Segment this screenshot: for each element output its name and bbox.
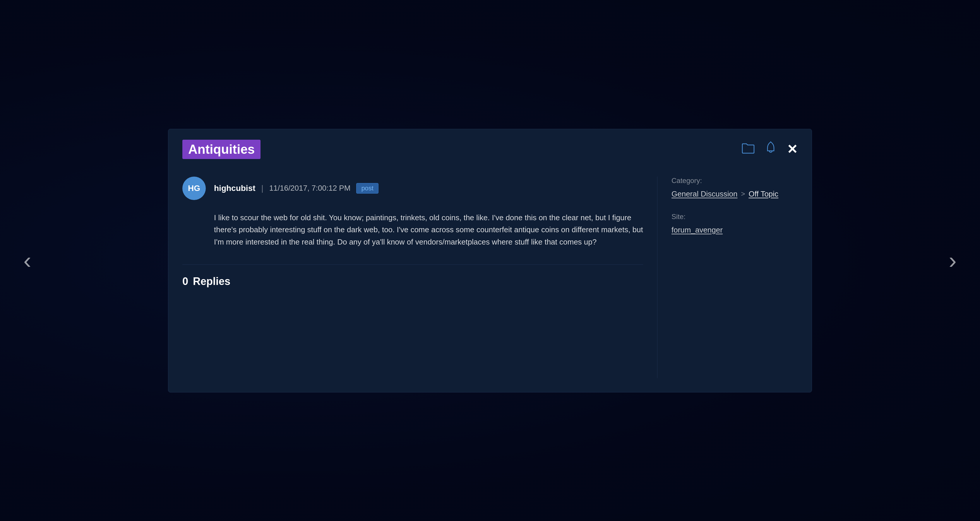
site-link[interactable]: forum_avenger [671, 226, 723, 234]
replies-header: 0 Replies [182, 275, 643, 288]
next-arrow[interactable]: › [943, 241, 963, 280]
folder-icon[interactable] [742, 142, 755, 157]
site-label: Site: [671, 213, 798, 221]
category-current[interactable]: Off Topic [748, 190, 778, 199]
prev-arrow[interactable]: ‹ [18, 241, 37, 280]
site-section: Site: forum_avenger [671, 213, 798, 234]
replies-section: 0 Replies [182, 264, 643, 288]
modal-title: Antiquities [182, 140, 261, 159]
category-label: Category: [671, 177, 798, 185]
header-actions: ✕ [742, 142, 798, 157]
category-breadcrumb: General Discussion > Off Topic [671, 190, 798, 199]
post-separator: | [261, 183, 263, 193]
close-button[interactable]: ✕ [787, 142, 798, 157]
modal-header: Antiquities ✕ [168, 129, 812, 166]
category-arrow-icon: > [741, 190, 745, 198]
bell-icon[interactable] [765, 142, 776, 157]
modal-body: HG highcubist | 11/16/2017, 7:00:12 PM p… [168, 166, 812, 392]
post-meta: highcubist | 11/16/2017, 7:00:12 PM post [214, 183, 379, 194]
sidebar: Category: General Discussion > Off Topic… [657, 177, 798, 378]
post-modal: Antiquities ✕ [168, 129, 812, 392]
avatar: HG [182, 177, 206, 200]
category-section: Category: General Discussion > Off Topic [671, 177, 798, 199]
post-header: HG highcubist | 11/16/2017, 7:00:12 PM p… [182, 177, 643, 200]
category-parent[interactable]: General Discussion [671, 190, 737, 199]
post-author: highcubist [214, 183, 256, 193]
replies-label: Replies [193, 275, 231, 288]
post-content: I like to scour the web for old shit. Yo… [182, 212, 643, 249]
main-content: HG highcubist | 11/16/2017, 7:00:12 PM p… [182, 177, 643, 378]
replies-count: 0 [182, 275, 188, 288]
post-type-badge: post [356, 183, 379, 194]
modal-backdrop: ‹ Antiquities [0, 0, 980, 521]
post-date: 11/16/2017, 7:00:12 PM [269, 183, 351, 193]
